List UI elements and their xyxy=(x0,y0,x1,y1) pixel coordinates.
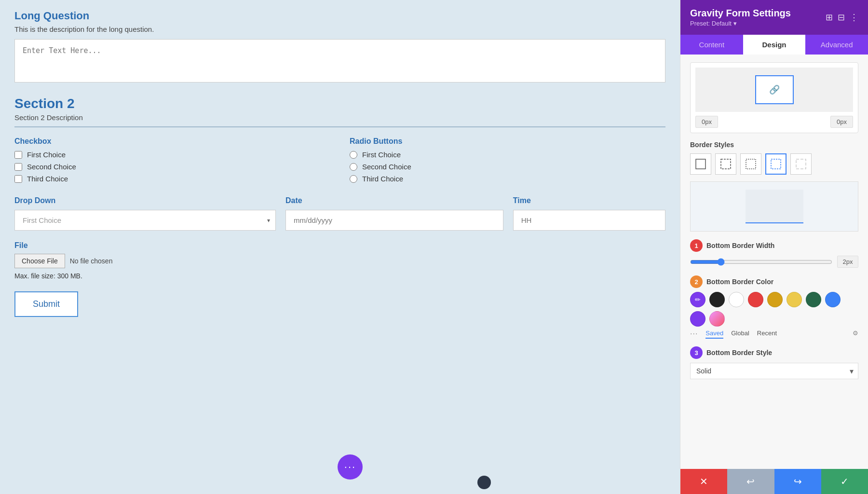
submit-button[interactable]: Submit xyxy=(14,291,78,317)
color-tab-saved[interactable]: Saved xyxy=(705,329,723,339)
redo-button[interactable]: ↪ xyxy=(774,469,821,494)
dropdown-select[interactable]: First Choice xyxy=(14,210,276,231)
resize-handle[interactable] xyxy=(477,476,491,489)
file-field: File Choose File No file chosen Max. fil… xyxy=(14,241,665,280)
color-swatch-red[interactable] xyxy=(748,292,763,307)
padding-inner-box: 🔗 xyxy=(755,75,794,104)
color-swatch-blue[interactable] xyxy=(825,292,841,307)
checkbox-input-2[interactable] xyxy=(14,163,22,171)
svg-rect-0 xyxy=(696,159,705,169)
border-styles-label: Border Styles xyxy=(690,141,858,149)
radio-field: Radio Buttons First Choice Second Choice… xyxy=(350,137,665,187)
link-icon: 🔗 xyxy=(769,84,780,95)
date-input[interactable] xyxy=(285,210,503,231)
settings-title: Gravity Form Settings xyxy=(690,8,791,19)
border-width-value: 2px xyxy=(837,256,858,268)
settings-body: 🔗 0px 0px Border Styles xyxy=(680,55,868,469)
color-swatch-yellow-dark[interactable] xyxy=(767,292,783,307)
section-2-description: Section 2 Description xyxy=(14,113,665,122)
dropdown-wrapper: First Choice ▾ xyxy=(14,210,276,231)
padding-values: 0px 0px xyxy=(695,116,853,128)
settings-header: Gravity Form Settings Preset: Default ▾ … xyxy=(680,0,868,35)
border-styles-block: Border Styles xyxy=(690,141,858,232)
long-question-description: This is the description for the long que… xyxy=(14,25,665,33)
save-button[interactable]: ✓ xyxy=(821,469,868,494)
step-badge-1: 1 xyxy=(690,239,703,252)
time-input[interactable] xyxy=(513,210,665,231)
settings-panel: Gravity Form Settings Preset: Default ▾ … xyxy=(680,0,868,494)
padding-bottom-value[interactable]: 0px xyxy=(830,116,853,128)
border-style-none[interactable] xyxy=(790,153,812,175)
radio-label: Radio Buttons xyxy=(350,137,665,146)
border-style-select-wrap: Solid xyxy=(690,363,858,379)
file-label: File xyxy=(14,241,665,250)
three-dots[interactable]: ··· xyxy=(690,329,698,339)
bottom-border-width-label: 1 Bottom Border Width xyxy=(690,239,858,252)
border-style-solid[interactable] xyxy=(690,153,711,175)
color-swatch-green[interactable] xyxy=(806,292,821,307)
border-style-options xyxy=(690,153,858,175)
color-swatch-yellow[interactable] xyxy=(787,292,802,307)
radio-item-2[interactable]: Second Choice xyxy=(350,163,665,171)
more-icon[interactable]: ⋮ xyxy=(850,12,858,23)
dropdown-label: Drop Down xyxy=(14,196,276,205)
long-question-title: Long Question xyxy=(14,10,665,22)
padding-outer: 🔗 xyxy=(695,68,853,112)
pen-icon: ✏ xyxy=(695,296,701,303)
dropdown-field: Drop Down First Choice ▾ xyxy=(14,196,276,231)
color-swatch-purple[interactable] xyxy=(690,311,705,327)
color-swatch-gradient[interactable] xyxy=(709,311,725,327)
checkbox-item-1[interactable]: First Choice xyxy=(14,151,330,159)
columns-icon[interactable]: ⊟ xyxy=(838,12,845,23)
radio-input-1[interactable] xyxy=(350,151,357,159)
padding-visual: 🔗 0px 0px xyxy=(690,62,858,133)
border-style-dashed-outer[interactable] xyxy=(715,153,736,175)
section-2-title: Section 2 xyxy=(14,96,665,111)
radio-input-3[interactable] xyxy=(350,175,357,183)
padding-top-value[interactable]: 0px xyxy=(695,116,718,128)
time-label: Time xyxy=(513,196,665,205)
radio-item-1[interactable]: First Choice xyxy=(350,151,665,159)
bottom-border-width-block: 1 Bottom Border Width 2px xyxy=(690,239,858,268)
undo-button[interactable]: ↩ xyxy=(727,469,774,494)
color-swatch-white[interactable] xyxy=(729,292,744,307)
border-preview-inner xyxy=(746,190,803,223)
color-gear-icon[interactable]: ⚙ xyxy=(853,329,858,339)
date-label: Date xyxy=(285,196,503,205)
tab-content[interactable]: Content xyxy=(680,35,743,55)
long-question-input[interactable] xyxy=(14,39,665,82)
time-field: Time xyxy=(513,196,665,231)
tab-design[interactable]: Design xyxy=(743,35,806,55)
slider-row: 2px xyxy=(690,256,858,268)
border-style-select[interactable]: Solid xyxy=(690,363,858,379)
color-swatch-black[interactable] xyxy=(709,292,725,307)
checkbox-item-3[interactable]: Third Choice xyxy=(14,175,330,183)
bottom-border-color-block: 2 Bottom Border Color ✏ ··· Saved xyxy=(690,275,858,339)
fullscreen-icon[interactable]: ⊞ xyxy=(826,12,833,23)
tab-advanced[interactable]: Advanced xyxy=(805,35,868,55)
border-width-slider[interactable] xyxy=(690,258,832,266)
color-swatch-pen[interactable]: ✏ xyxy=(690,292,705,307)
radio-item-3[interactable]: Third Choice xyxy=(350,175,665,183)
color-tab-global[interactable]: Global xyxy=(731,329,749,339)
color-swatches: ✏ xyxy=(690,292,858,327)
checkbox-input-3[interactable] xyxy=(14,175,22,183)
settings-preset[interactable]: Preset: Default ▾ xyxy=(690,20,791,27)
border-style-dotted[interactable] xyxy=(740,153,761,175)
floating-menu-button[interactable]: ··· xyxy=(338,454,363,480)
checkbox-field: Checkbox First Choice Second Choice Thir… xyxy=(14,137,330,187)
svg-rect-2 xyxy=(746,159,756,169)
settings-header-text: Gravity Form Settings Preset: Default ▾ xyxy=(690,8,791,27)
checkbox-label: Checkbox xyxy=(14,137,330,146)
border-preview-box xyxy=(690,181,858,232)
settings-tabs: Content Design Advanced xyxy=(680,35,868,55)
radio-input-2[interactable] xyxy=(350,163,357,171)
color-tab-recent[interactable]: Recent xyxy=(757,329,777,339)
bottom-border-style-label: 3 Bottom Border Style xyxy=(690,346,858,359)
svg-rect-4 xyxy=(796,159,806,169)
choose-file-button[interactable]: Choose File xyxy=(14,254,65,268)
cancel-button[interactable]: ✕ xyxy=(680,469,727,494)
border-style-bottom-dashed[interactable] xyxy=(765,153,787,175)
checkbox-item-2[interactable]: Second Choice xyxy=(14,163,330,171)
checkbox-input-1[interactable] xyxy=(14,151,22,159)
